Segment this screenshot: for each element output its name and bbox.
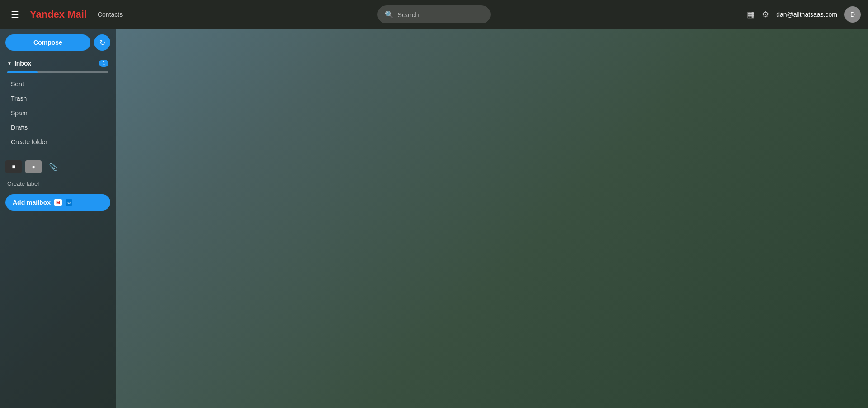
sidebar-item-spam[interactable]: Spam: [0, 106, 116, 120]
avatar[interactable]: D: [844, 6, 861, 23]
search-icon: 🔍: [385, 10, 394, 19]
outlook-icon: o: [66, 199, 72, 206]
refresh-button[interactable]: ↻: [94, 34, 110, 51]
sidebar-labels: ■ ● 📎: [0, 157, 116, 177]
sidebar-item-create-folder[interactable]: Create folder: [0, 135, 116, 149]
settings-icon[interactable]: ⚙: [762, 9, 769, 19]
sidebar-item-trash[interactable]: Trash: [0, 91, 116, 106]
label-icon-clip[interactable]: 📎: [45, 160, 61, 173]
logo-yandex: Yandex: [30, 9, 65, 20]
label-gray-icon: ●: [32, 164, 35, 170]
search-input[interactable]: [397, 11, 483, 19]
topbar-right: ▦ ⚙ dan@allthatsaas.com D: [747, 6, 861, 23]
main-area: Compose ↻ ▼ Inbox 1 Sent Trash Spam Draf…: [0, 29, 868, 408]
sidebar-divider: [0, 153, 116, 153]
inbox-progress: [7, 71, 108, 73]
gmail-icon: M: [54, 199, 62, 206]
sidebar-item-inbox[interactable]: ▼ Inbox 1: [0, 56, 116, 70]
add-mailbox-label: Add mailbox: [13, 199, 51, 206]
compose-button[interactable]: Compose: [5, 34, 90, 51]
contacts-link[interactable]: Contacts: [98, 11, 123, 18]
clip-icon: 📎: [49, 163, 58, 171]
label-black-icon: ■: [12, 164, 15, 170]
topbar: ☰ Yandex Mail Contacts 🔍 ▦ ⚙ dan@allthat…: [0, 0, 868, 29]
menu-icon[interactable]: ☰: [7, 5, 23, 23]
sidebar-actions: Compose ↻: [0, 34, 116, 56]
columns-icon[interactable]: ▦: [747, 9, 755, 19]
sidebar-item-drafts[interactable]: Drafts: [0, 120, 116, 135]
sidebar-item-sent[interactable]: Sent: [0, 77, 116, 91]
add-mailbox-button[interactable]: Add mailbox M o: [5, 194, 110, 211]
inbox-progress-fill: [7, 71, 38, 73]
inbox-badge: 1: [99, 60, 108, 67]
background-image: [0, 29, 868, 408]
label-icon-black[interactable]: ■: [5, 160, 22, 173]
collapse-icon: ▼: [7, 61, 12, 66]
sidebar: Compose ↻ ▼ Inbox 1 Sent Trash Spam Draf…: [0, 29, 116, 408]
app-logo: Yandex Mail: [30, 9, 87, 20]
create-label-button[interactable]: Create label: [0, 177, 116, 191]
logo-mail: Mail: [65, 9, 87, 20]
search-bar[interactable]: 🔍: [377, 5, 491, 23]
inbox-label: Inbox: [14, 60, 96, 67]
username-label: dan@allthatsaas.com: [776, 11, 837, 18]
label-icon-gray[interactable]: ●: [25, 160, 42, 173]
